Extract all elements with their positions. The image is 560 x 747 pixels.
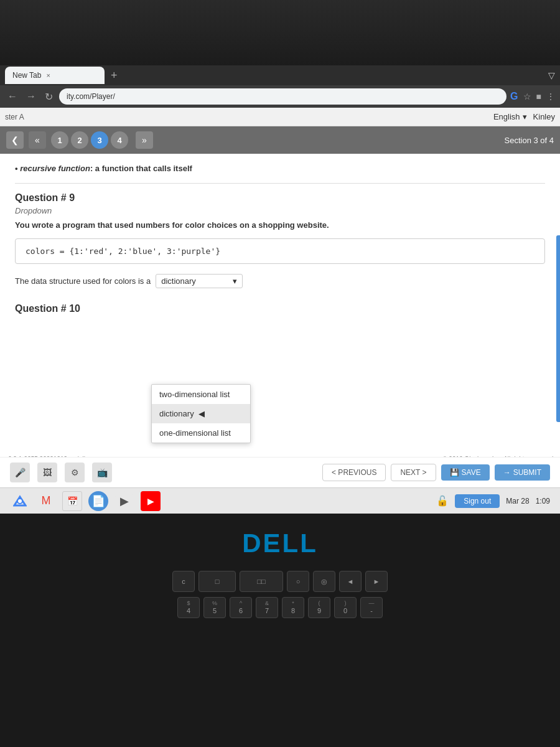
taskbar-date: Mar 28 1:09 xyxy=(506,497,550,505)
save-button[interactable]: 💾 SAVE xyxy=(441,464,490,481)
section-info: Section 3 of 4 xyxy=(505,136,554,145)
action-buttons: < PREVIOUS NEXT > 💾 SAVE → SUBMIT xyxy=(322,464,550,481)
cursor-indicator: ◀ xyxy=(198,409,205,418)
question-9-type: Dropdown xyxy=(15,206,545,215)
quiz-topbar: ❮ « 1 2 3 4 » Section 3 of 4 xyxy=(0,126,560,154)
minimize-icon[interactable]: ▽ xyxy=(548,70,555,80)
option-one-dimensional[interactable]: one-dimensional list xyxy=(152,423,250,443)
code-block: colors = {1:'red', 2:'blue', 3:'purple'} xyxy=(15,238,545,264)
key-star[interactable]: * 8 xyxy=(282,597,304,618)
dropdown-selected-value: dictionary xyxy=(161,276,196,286)
question-9: Question # 9 Dropdown You wrote a progra… xyxy=(15,192,545,288)
browser-tab[interactable]: New Tab × xyxy=(5,67,105,84)
key-paren-open[interactable]: ( 9 xyxy=(308,597,330,618)
back-button[interactable]: ← xyxy=(5,90,20,103)
key-arrows-left[interactable]: ◄ xyxy=(339,571,362,592)
settings-icon[interactable]: ⚙ xyxy=(65,463,85,482)
key-square[interactable]: □ xyxy=(198,571,236,592)
window-controls: ▽ xyxy=(548,70,555,80)
next-button[interactable]: NEXT > xyxy=(391,464,436,481)
extension-label: ster A xyxy=(5,113,24,121)
kb-row-2: $ 4 % 5 ^ 6 & 7 * 8 ( 9 xyxy=(19,597,541,618)
quiz-action-bar: 🎤 🖼 ⚙ 📺 < PREVIOUS NEXT > 💾 SAVE → xyxy=(0,457,560,487)
youtube-icon[interactable]: ▶ xyxy=(141,491,161,511)
answer-dropdown[interactable]: dictionary ▾ xyxy=(156,274,243,288)
mic-icon[interactable]: 🎤 xyxy=(10,463,30,482)
quiz-body: • recursive function: a function that ca… xyxy=(0,154,560,487)
question-10-title: Question # 10 xyxy=(15,303,545,314)
right-accent-bar xyxy=(556,235,560,422)
browser-icons: G ☆ ■ ⋮ xyxy=(510,91,555,102)
image-icon[interactable]: 🖼 xyxy=(37,463,57,482)
keyboard-area: c □ □□ ○ ◎ ◄ ► $ 4 % 5 ^ 6 & 7 xyxy=(0,558,560,623)
calendar-icon[interactable]: 📅 xyxy=(62,491,82,511)
quiz-next-page-button[interactable]: » xyxy=(136,131,153,149)
question-9-title: Question # 9 xyxy=(15,192,545,204)
monitor-icon[interactable]: 📺 xyxy=(92,463,112,482)
answer-prefix: The data structure used for colors is a xyxy=(15,276,151,286)
chevron-down-icon: ▾ xyxy=(523,112,527,121)
tab-close-icon[interactable]: × xyxy=(46,72,50,79)
submit-icon: → xyxy=(503,468,511,477)
save-icon: 💾 xyxy=(450,468,459,477)
question-9-text: You wrote a program that used numbers fo… xyxy=(15,220,545,230)
option-dictionary[interactable]: dictionary ◀ xyxy=(152,404,250,423)
taskbar: M 📅 📄 ▶ ▶ 🔓 Sign out Mar 28 1:09 xyxy=(0,487,560,514)
url-text: ity.com/Player/ xyxy=(67,92,115,101)
address-field[interactable]: ity.com/Player/ xyxy=(59,88,506,105)
code-content: colors = {1:'red', 2:'blue', 3:'purple'} xyxy=(26,247,220,256)
key-paren-close[interactable]: ) 0 xyxy=(334,597,357,618)
key-caret[interactable]: ^ 6 xyxy=(230,597,252,618)
key-amp[interactable]: & 7 xyxy=(256,597,278,618)
laptop-bottom: DELL c □ □□ ○ ◎ ◄ ► $ 4 % 5 ^ 6 xyxy=(0,514,560,747)
page-4-indicator[interactable]: 4 xyxy=(111,131,128,149)
play-icon[interactable]: ▶ xyxy=(114,491,134,511)
key-dash[interactable]: — - xyxy=(360,597,383,618)
svg-point-1 xyxy=(18,499,22,503)
key-target[interactable]: ◎ xyxy=(313,571,335,592)
page-3-indicator[interactable]: 3 xyxy=(91,131,108,149)
main-content: ❮ « 1 2 3 4 » Section 3 of 4 • recursive xyxy=(0,126,560,487)
sign-out-button[interactable]: Sign out xyxy=(455,494,500,508)
reload-button[interactable]: ↻ xyxy=(42,90,55,104)
recursive-note: • recursive function: a function that ca… xyxy=(15,164,545,173)
key-c[interactable]: c xyxy=(172,571,195,592)
language-value: English xyxy=(493,112,520,121)
google-icon: G xyxy=(510,91,518,102)
key-arrows-right[interactable]: ► xyxy=(365,571,388,592)
page-1-indicator[interactable]: 1 xyxy=(51,131,68,149)
submit-button[interactable]: → SUBMIT xyxy=(495,464,550,481)
mail-icon[interactable]: M xyxy=(36,491,56,511)
page-indicators: 1 2 3 4 xyxy=(51,131,128,149)
chrome-icon[interactable] xyxy=(10,491,30,511)
browser-tab-bar: New Tab × + ▽ xyxy=(0,65,560,85)
key-dollar[interactable]: $ 4 xyxy=(177,597,200,618)
extension-bar: ster A English ▾ Kinley xyxy=(0,108,560,126)
toolbar-icons: 🎤 🖼 ⚙ 📺 xyxy=(10,463,112,482)
forward-button[interactable]: → xyxy=(24,90,39,103)
kb-row-numbers: c □ □□ ○ ◎ ◄ ► xyxy=(19,571,541,592)
taskbar-right: 🔓 Sign out Mar 28 1:09 xyxy=(436,494,550,508)
page-2-indicator[interactable]: 2 xyxy=(71,131,88,149)
key-rect[interactable]: □□ xyxy=(240,571,283,592)
dell-logo: DELL xyxy=(242,529,318,558)
extensions-icon[interactable]: ■ xyxy=(536,92,541,101)
menu-icon[interactable]: ⋮ xyxy=(546,92,555,101)
dropdown-chevron-icon: ▾ xyxy=(233,276,237,286)
quiz-back-button[interactable]: ❮ xyxy=(6,131,24,149)
new-tab-button[interactable]: + xyxy=(107,69,121,82)
browser-address-bar: ← → ↻ ity.com/Player/ G ☆ ■ ⋮ xyxy=(0,85,560,108)
answer-row: The data structure used for colors is a … xyxy=(15,274,545,288)
key-percent[interactable]: % 5 xyxy=(203,597,226,618)
language-selector[interactable]: English ▾ xyxy=(493,112,527,121)
option-two-dimensional[interactable]: two-dimensional list xyxy=(152,385,250,404)
files-icon[interactable]: 📄 xyxy=(88,491,108,511)
screen-lock-icon[interactable]: 🔓 xyxy=(436,495,449,507)
tab-title: New Tab xyxy=(12,71,41,80)
user-name: Kinley xyxy=(533,112,555,121)
key-circle[interactable]: ○ xyxy=(287,571,309,592)
dropdown-popup: two-dimensional list dictionary ◀ one-di… xyxy=(151,384,251,443)
quiz-forward-button[interactable]: « xyxy=(29,131,46,149)
bookmark-icon[interactable]: ☆ xyxy=(523,92,531,101)
previous-button[interactable]: < PREVIOUS xyxy=(322,464,386,481)
